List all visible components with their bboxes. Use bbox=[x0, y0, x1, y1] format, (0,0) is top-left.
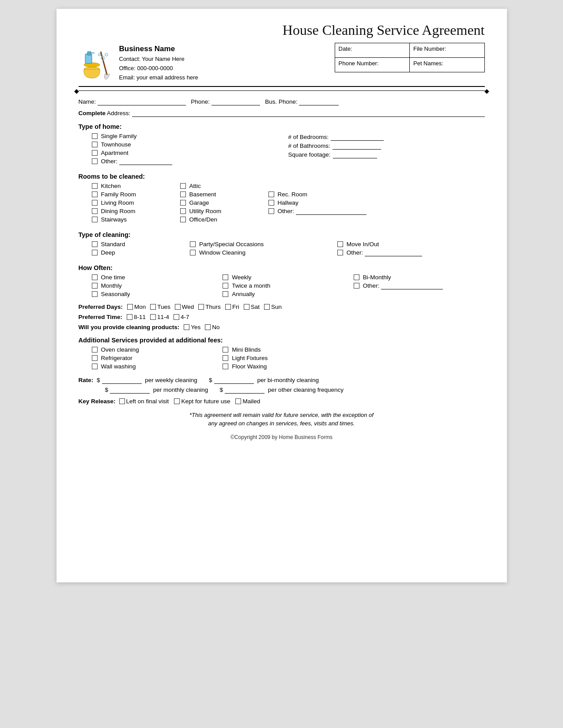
rooms-col3: Rec. Room Hallway Other: bbox=[268, 183, 379, 225]
how-often-col3: Bi-Monthly Other: bbox=[354, 274, 485, 299]
checkbox-other-home: Other: bbox=[92, 158, 288, 165]
phone-number-field-label: Phone Number: bbox=[335, 58, 410, 72]
cb-dining-room: Dining Room bbox=[92, 208, 180, 214]
products-yes: Yes bbox=[184, 324, 200, 330]
svg-point-8 bbox=[98, 53, 100, 56]
agreement-line2: any agreed on changes in services, fees,… bbox=[79, 419, 485, 428]
cb-office-den: Office/Den bbox=[180, 216, 268, 223]
additional-col3 bbox=[354, 346, 485, 372]
diamond-left-icon: ◆ bbox=[74, 87, 79, 94]
rooms-title: Rooms to be cleaned: bbox=[79, 173, 485, 180]
footage-field[interactable] bbox=[333, 151, 377, 158]
page: House Cleaning Service Agreement bbox=[57, 9, 507, 582]
additional-services-title: Additional Services provided at addition… bbox=[79, 337, 485, 344]
other-room-field[interactable] bbox=[296, 208, 367, 215]
cb-other-home[interactable] bbox=[92, 158, 98, 164]
day-fri: Fri bbox=[225, 304, 239, 310]
page-title: House Cleaning Service Agreement bbox=[79, 22, 485, 38]
cb-move: Move In/Out bbox=[337, 241, 485, 248]
monthly-rate-field[interactable] bbox=[110, 387, 150, 394]
day-sun: Sun bbox=[264, 304, 282, 310]
header-fields: Date: File Number: Phone Number: Pet Nam… bbox=[335, 43, 485, 72]
cb-other-cleaning: Other: bbox=[337, 249, 485, 256]
cb-annually: Annually bbox=[223, 291, 354, 297]
rooms-col1: Kitchen Family Room Living Room Dining R… bbox=[92, 183, 180, 225]
cb-attic: Attic bbox=[180, 183, 268, 189]
copyright: ©Copyright 2009 by Home Business Forms bbox=[79, 434, 485, 440]
cb-blinds: Mini Blinds bbox=[223, 346, 354, 353]
cb-basement: Basement bbox=[180, 191, 268, 198]
cb-kitchen: Kitchen bbox=[92, 183, 180, 189]
products-no: No bbox=[205, 324, 219, 330]
name-field[interactable] bbox=[98, 98, 186, 105]
cb-one-time: One time bbox=[92, 274, 223, 281]
cb-townhouse[interactable] bbox=[92, 142, 98, 147]
additional-services-layout: Oven cleaning Refrigerator Wall washing … bbox=[92, 346, 485, 372]
header-row: Business Name Contact: Your Name Here Of… bbox=[79, 43, 485, 87]
cb-wall: Wall washing bbox=[92, 363, 223, 370]
pet-names-field-label: Pet Names: bbox=[410, 58, 484, 72]
cb-bi-monthly: Bi-Monthly bbox=[354, 274, 485, 281]
type-of-cleaning-title: Type of cleaning: bbox=[79, 231, 485, 238]
how-often-title: How Often: bbox=[79, 264, 485, 271]
how-often-col2: Weekly Twice a month Annually bbox=[223, 274, 354, 299]
cleaning-type-layout: Standard Deep Party/Special Occasions Wi… bbox=[92, 241, 485, 258]
day-sat: Sat bbox=[244, 304, 260, 310]
cleaning-col3: Move In/Out Other: bbox=[337, 241, 485, 258]
divider bbox=[79, 90, 485, 91]
address-label: Address: bbox=[107, 110, 130, 116]
footage-row: Square footage: bbox=[288, 151, 485, 158]
rooms-grid: Kitchen Family Room Living Room Dining R… bbox=[92, 183, 485, 225]
office-info: Office: 000-000-0000 bbox=[119, 64, 198, 73]
phone-field[interactable] bbox=[212, 98, 260, 105]
cb-apartment[interactable] bbox=[92, 150, 98, 156]
key-mailed: Mailed bbox=[235, 398, 260, 405]
agreement-line1: *This agreement will remain valid for fu… bbox=[79, 411, 485, 420]
time-4-7: 4-7 bbox=[174, 314, 189, 320]
cb-standard: Standard bbox=[92, 241, 190, 248]
other-rate-field[interactable] bbox=[225, 387, 264, 394]
bus-phone-field[interactable] bbox=[299, 98, 339, 105]
phone-label: Phone: bbox=[191, 98, 210, 105]
cleaning-products-label: Will you provide cleaning products: bbox=[79, 324, 180, 330]
cb-single-family[interactable] bbox=[92, 133, 98, 139]
rate-label: Rate: bbox=[79, 377, 94, 383]
bus-phone-label: Bus. Phone: bbox=[265, 98, 298, 105]
cb-lights: Light Fixtures bbox=[223, 355, 354, 361]
bathrooms-row: # of Bathrooms: bbox=[288, 143, 485, 150]
type-of-home-content: Single Family Townhouse Apartment Other:… bbox=[92, 133, 485, 167]
bedrooms-row: # of Bedrooms: bbox=[288, 134, 485, 141]
cb-stairways: Stairways bbox=[92, 216, 180, 223]
bimonthly-rate-field[interactable] bbox=[214, 377, 254, 384]
type-of-home-title: Type of home: bbox=[79, 123, 485, 130]
diamond-right-icon: ◆ bbox=[484, 87, 489, 94]
weekly-rate-field[interactable] bbox=[102, 377, 142, 384]
cb-family-room: Family Room bbox=[92, 191, 180, 198]
other-often-field[interactable] bbox=[381, 282, 443, 289]
cleaning-products-row: Will you provide cleaning products: Yes … bbox=[79, 324, 485, 330]
key-kept: Kept for future use bbox=[174, 398, 230, 405]
key-release-label: Key Release: bbox=[79, 398, 116, 405]
day-mon: Mon bbox=[127, 304, 146, 310]
other-home-field[interactable] bbox=[119, 158, 172, 165]
svg-point-7 bbox=[105, 53, 108, 56]
business-info: Business Name Contact: Your Name Here Of… bbox=[119, 43, 198, 83]
agreement-note: *This agreement will remain valid for fu… bbox=[79, 411, 485, 428]
key-release-row: Key Release: Left on final visit Kept fo… bbox=[79, 398, 485, 405]
rate-row1: Rate: $ per weekly cleaning $ per bi-mon… bbox=[79, 377, 485, 384]
bathrooms-field[interactable] bbox=[333, 143, 381, 150]
address-field[interactable] bbox=[132, 110, 484, 117]
business-name: Business Name bbox=[119, 43, 198, 55]
bedrooms-field[interactable] bbox=[331, 134, 384, 141]
cb-monthly: Monthly bbox=[92, 282, 223, 289]
name-label: Name: bbox=[79, 98, 96, 105]
how-often-layout: One time Monthly Seasonally Weekly Twice… bbox=[92, 274, 485, 299]
other-cleaning-field[interactable] bbox=[365, 249, 422, 256]
day-thurs: Thurs bbox=[198, 304, 221, 310]
cb-hallway: Hallway bbox=[268, 199, 379, 206]
checkbox-townhouse: Townhouse bbox=[92, 141, 288, 148]
cb-other-often: Other: bbox=[354, 282, 485, 289]
cleaning-col1: Standard Deep bbox=[92, 241, 190, 258]
complete-label: Complete bbox=[79, 110, 106, 116]
type-of-home-options: Single Family Townhouse Apartment Other: bbox=[92, 133, 288, 167]
